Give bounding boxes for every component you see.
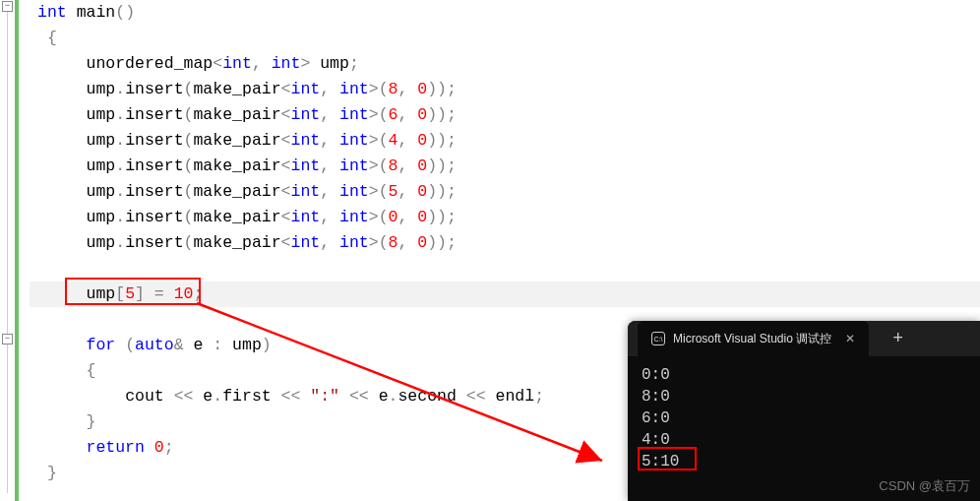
type: unordered_map [87,54,214,73]
output-line: 6:0 [642,407,966,429]
watermark: CSDN @袁百万 [879,477,970,495]
code-line[interactable]: ump.insert(make_pair<int, int>(0, 0)); [30,205,980,230]
change-marker [15,0,19,501]
output-line: 0:0 [642,364,966,386]
keyword: int [37,3,67,22]
blank-line[interactable] [30,256,980,282]
code-line[interactable]: ump.insert(make_pair<int, int>(5, 0)); [30,179,980,205]
code-line[interactable]: unordered_map<int, int> ump; [30,51,980,77]
brace: { [47,29,57,47]
output-line: 5:10 [642,451,966,472]
console-icon: C:\ [651,332,665,345]
code-line[interactable]: int main() [30,0,980,26]
function-name: main [77,3,116,22]
close-icon[interactable]: ✕ [845,332,855,345]
code-line[interactable]: { [30,26,980,51]
terminal-window[interactable]: C:\ Microsoft Visual Studio 调试控 ✕ + 0:0 … [628,321,980,501]
output-line: 8:0 [642,386,966,407]
code-line[interactable]: ump.insert(make_pair<int, int>(4, 0)); [30,128,980,154]
highlighted-line[interactable]: ump[5] = 10; [30,282,980,307]
code-line[interactable]: ump.insert(make_pair<int, int>(8, 0)); [30,230,980,256]
terminal-output: 0:0 8:0 6:0 4:0 5:10 [628,356,980,480]
code-line[interactable]: ump.insert(make_pair<int, int>(8, 0)); [30,77,980,102]
output-line: 4:0 [642,429,966,451]
new-tab-button[interactable]: + [883,329,913,348]
terminal-tab[interactable]: C:\ Microsoft Visual Studio 调试控 ✕ [638,321,869,356]
fold-toggle-icon[interactable]: − [2,1,13,12]
terminal-title: Microsoft Visual Studio 调试控 [673,331,831,347]
fold-gutter: − − [0,0,30,486]
terminal-titlebar: C:\ Microsoft Visual Studio 调试控 ✕ + [628,321,980,356]
fold-guide [7,11,8,493]
code-line[interactable]: ump.insert(make_pair<int, int>(6, 0)); [30,102,980,128]
fold-toggle-icon[interactable]: − [2,334,13,344]
code-line[interactable]: ump.insert(make_pair<int, int>(8, 0)); [30,154,980,179]
